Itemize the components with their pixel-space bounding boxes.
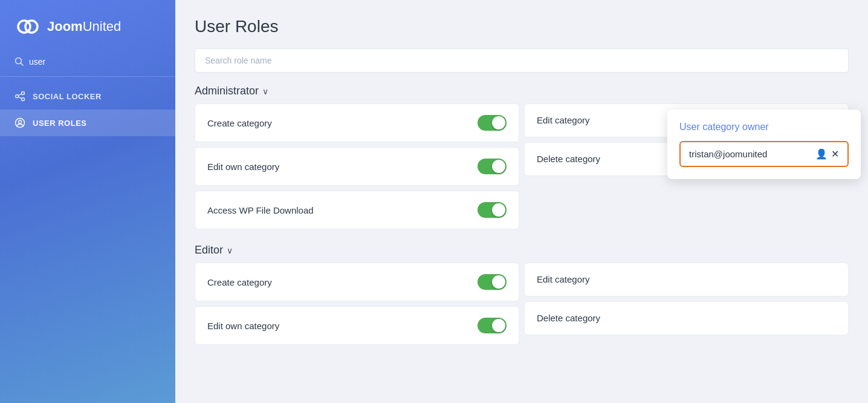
popup-input-wrapper[interactable]: 👤 ✕ bbox=[679, 141, 849, 167]
permission-label: Edit own category bbox=[207, 162, 279, 172]
administrator-permissions-grid: Create category Edit own category bbox=[195, 103, 849, 229]
main-content: User Roles Administrator ∨ Create catego… bbox=[175, 0, 868, 403]
logo: JoomUnited bbox=[0, 0, 175, 52]
toggle-access-wp-admin[interactable] bbox=[478, 202, 507, 218]
chevron-down-icon: ∨ bbox=[262, 87, 268, 96]
admin-right-col: Edit category Delete category User categ… bbox=[524, 103, 849, 229]
permission-label: Create category bbox=[207, 277, 272, 287]
popup-icons: 👤 ✕ bbox=[815, 148, 839, 160]
permission-access-wp-admin: Access WP File Download bbox=[195, 191, 519, 229]
popup-title: User category owner bbox=[679, 122, 849, 133]
svg-point-1 bbox=[25, 21, 37, 33]
logo-text: JoomUnited bbox=[47, 19, 121, 34]
user-circle-icon bbox=[15, 117, 25, 128]
editor-permissions-grid: Create category Edit own category bbox=[195, 263, 849, 345]
administrator-section: Administrator ∨ Create category Edit own bbox=[195, 85, 849, 229]
editor-left-col: Create category Edit own category bbox=[195, 263, 519, 345]
svg-point-5 bbox=[16, 95, 19, 98]
permission-label: Create category bbox=[207, 118, 272, 128]
role-search-bar[interactable] bbox=[195, 48, 849, 73]
permission-edit-category-editor: Edit category bbox=[524, 263, 849, 297]
permission-label: Edit category bbox=[537, 115, 590, 125]
permission-delete-category-editor: Delete category bbox=[524, 301, 849, 335]
sidebar-item-user-roles-label: USER ROLES bbox=[33, 119, 87, 128]
editor-header[interactable]: Editor ∨ bbox=[195, 244, 849, 257]
svg-point-10 bbox=[19, 120, 22, 123]
role-search-input[interactable] bbox=[205, 56, 838, 65]
svg-point-6 bbox=[22, 98, 25, 101]
sidebar-item-social-locker-label: SOCIAL LOCKER bbox=[33, 92, 102, 101]
permission-label: Access WP File Download bbox=[207, 205, 314, 215]
sidebar-item-social-locker[interactable]: SOCIAL LOCKER bbox=[0, 83, 175, 110]
sidebar-search-input[interactable] bbox=[29, 57, 161, 67]
sidebar-item-user-roles[interactable]: USER ROLES bbox=[0, 110, 175, 136]
close-icon[interactable]: ✕ bbox=[831, 148, 839, 160]
toggle-create-category-editor[interactable] bbox=[478, 274, 507, 290]
logo-icon bbox=[15, 13, 41, 40]
user-category-owner-popup: User category owner 👤 ✕ bbox=[667, 110, 861, 179]
sidebar-search-area[interactable] bbox=[0, 52, 175, 77]
administrator-label: Administrator bbox=[195, 85, 259, 97]
svg-line-3 bbox=[21, 64, 24, 66]
permission-edit-own-category-editor: Edit own category bbox=[195, 306, 519, 345]
user-owner-input[interactable] bbox=[689, 149, 811, 159]
sidebar: JoomUnited SOCIAL LOCKER bbox=[0, 0, 175, 403]
svg-line-7 bbox=[18, 94, 22, 96]
permission-label: Edit own category bbox=[207, 321, 279, 331]
permission-label: Delete category bbox=[537, 154, 600, 164]
permission-edit-own-category-admin: Edit own category bbox=[195, 147, 519, 186]
administrator-header[interactable]: Administrator ∨ bbox=[195, 85, 849, 97]
toggle-edit-own-category-admin[interactable] bbox=[478, 159, 507, 174]
permission-create-category-editor: Create category bbox=[195, 263, 519, 301]
search-icon bbox=[15, 57, 24, 67]
permission-label: Edit category bbox=[537, 274, 590, 284]
svg-point-4 bbox=[22, 92, 25, 95]
chevron-down-icon: ∨ bbox=[227, 246, 233, 255]
share-icon bbox=[15, 91, 25, 102]
permission-create-category-admin: Create category bbox=[195, 103, 519, 142]
user-icon: 👤 bbox=[815, 148, 828, 160]
editor-label: Editor bbox=[195, 244, 223, 257]
admin-left-col: Create category Edit own category bbox=[195, 103, 519, 229]
toggle-create-category-admin[interactable] bbox=[478, 115, 507, 131]
svg-line-8 bbox=[18, 97, 22, 99]
editor-right-col: Edit category Delete category bbox=[524, 263, 849, 345]
editor-section: Editor ∨ Create category Edit own catego… bbox=[195, 244, 849, 345]
permission-label: Delete category bbox=[537, 313, 600, 323]
sidebar-navigation: SOCIAL LOCKER USER ROLES bbox=[0, 83, 175, 136]
toggle-edit-own-category-editor[interactable] bbox=[478, 318, 507, 333]
page-title: User Roles bbox=[195, 17, 849, 36]
